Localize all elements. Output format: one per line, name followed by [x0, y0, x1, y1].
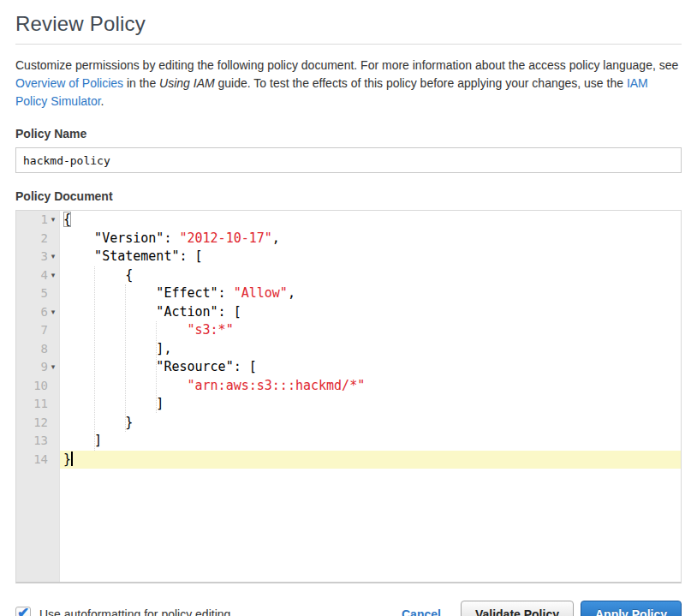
line-number: 14: [33, 451, 48, 469]
gutter-cell: 8▾: [16, 340, 60, 359]
autoformat-label: Use autoformatting for policy editing: [39, 607, 230, 616]
gutter-cell: 4▾: [16, 266, 60, 285]
code-line[interactable]: ]: [60, 432, 681, 451]
editor-line[interactable]: 13▾ ]: [16, 432, 681, 451]
fold-arrow-icon[interactable]: ▾: [48, 211, 58, 230]
code-line[interactable]: ],: [60, 340, 681, 359]
code-line[interactable]: "s3:*": [60, 321, 681, 340]
line-number: 1: [41, 211, 48, 230]
editor-line[interactable]: 6▾ "Action": [: [16, 303, 681, 322]
autoformat-checkbox[interactable]: ✔: [15, 607, 31, 616]
footer-bar: ✔ Use autoformatting for policy editing …: [15, 601, 682, 616]
policy-name-label: Policy Name: [15, 127, 682, 141]
line-number: 6: [41, 303, 48, 322]
gutter-cell: 11▾: [16, 395, 60, 414]
editor-line[interactable]: 12▾ }: [16, 414, 681, 433]
intro-paragraph: Customize permissions by editing the fol…: [15, 57, 682, 111]
code-line[interactable]: "arn:aws:s3:::hackmd/*": [60, 377, 681, 396]
gutter-cell: 14▾: [16, 451, 60, 469]
action-buttons: Cancel Validate Policy Apply Policy: [402, 601, 682, 616]
validate-policy-button[interactable]: Validate Policy: [461, 601, 574, 616]
editor-line[interactable]: 11▾ ]: [16, 395, 681, 414]
editor-line[interactable]: 8▾ ],: [16, 340, 681, 359]
editor-line[interactable]: 1▾{: [16, 211, 681, 230]
editor-line[interactable]: 14▾}: [16, 451, 681, 469]
intro-text-2: in the: [123, 76, 159, 90]
autoformat-option: ✔ Use autoformatting for policy editing: [15, 607, 230, 616]
editor-line[interactable]: 4▾ {: [16, 266, 681, 285]
policy-name-input[interactable]: [15, 147, 682, 173]
gutter-cell: 2▾: [16, 230, 60, 248]
intro-text-1: Customize permissions by editing the fol…: [15, 58, 678, 72]
editor-line[interactable]: 7▾ "s3:*": [16, 321, 681, 340]
cancel-link[interactable]: Cancel: [402, 607, 441, 616]
overview-of-policies-link[interactable]: Overview of Policies: [15, 76, 123, 90]
editor-line[interactable]: 5▾ "Effect": "Allow",: [16, 284, 681, 303]
policy-document-editor[interactable]: 1▾{2▾ "Version": "2012-10-17",3▾ "Statem…: [15, 210, 682, 583]
gutter-cell: 10▾: [16, 377, 60, 396]
code-line[interactable]: ]: [60, 395, 681, 414]
line-number: 9: [41, 358, 48, 377]
gutter-cell: 3▾: [16, 248, 60, 266]
policy-document-label: Policy Document: [15, 189, 682, 203]
intro-text-3: guide. To test the effects of this polic…: [215, 76, 627, 90]
fold-arrow-icon[interactable]: ▾: [48, 303, 58, 322]
code-line[interactable]: "Resource": [: [60, 358, 681, 377]
line-number: 11: [33, 395, 48, 414]
check-icon: ✔: [17, 604, 29, 616]
gutter-cell: 9▾: [16, 358, 60, 377]
editor-line[interactable]: 3▾ "Statement": [: [16, 248, 681, 266]
code-line[interactable]: {: [60, 266, 681, 285]
line-number: 2: [41, 230, 48, 248]
fold-arrow-icon[interactable]: ▾: [48, 248, 58, 266]
code-line[interactable]: "Version": "2012-10-17",: [60, 230, 681, 248]
line-number: 10: [33, 377, 48, 396]
apply-policy-button[interactable]: Apply Policy: [581, 601, 682, 616]
gutter-cell: 12▾: [16, 414, 60, 433]
line-number: 5: [41, 284, 48, 303]
code-line[interactable]: "Statement": [: [60, 248, 681, 266]
code-line[interactable]: }: [60, 451, 681, 469]
gutter-cell: 6▾: [16, 303, 60, 322]
line-number: 4: [41, 266, 48, 285]
review-policy-page: Review Policy Customize permissions by e…: [0, 0, 697, 616]
line-number: 7: [41, 321, 48, 340]
line-number: 13: [33, 432, 48, 451]
code-line[interactable]: "Action": [: [60, 303, 681, 322]
page-title: Review Policy: [15, 12, 682, 36]
policy-editor-lines: 1▾{2▾ "Version": "2012-10-17",3▾ "Statem…: [16, 211, 681, 469]
editor-line[interactable]: 2▾ "Version": "2012-10-17",: [16, 230, 681, 248]
intro-text-4: .: [101, 94, 104, 108]
code-line[interactable]: {: [60, 211, 681, 230]
text-cursor: [71, 452, 73, 466]
line-number: 8: [41, 340, 48, 359]
fold-arrow-icon[interactable]: ▾: [48, 266, 58, 285]
title-divider: [15, 44, 682, 45]
fold-arrow-icon[interactable]: ▾: [48, 358, 58, 377]
gutter-cell: 5▾: [16, 284, 60, 303]
editor-line[interactable]: 10▾ "arn:aws:s3:::hackmd/*": [16, 377, 681, 396]
line-number: 3: [41, 248, 48, 266]
code-line[interactable]: }: [60, 414, 681, 433]
line-number: 12: [33, 414, 48, 433]
editor-line[interactable]: 9▾ "Resource": [: [16, 358, 681, 377]
gutter-cell: 1▾: [16, 211, 60, 230]
code-line[interactable]: "Effect": "Allow",: [60, 284, 681, 303]
gutter-cell: 13▾: [16, 432, 60, 451]
gutter-cell: 7▾: [16, 321, 60, 340]
using-iam-emphasis: Using IAM: [159, 76, 215, 90]
